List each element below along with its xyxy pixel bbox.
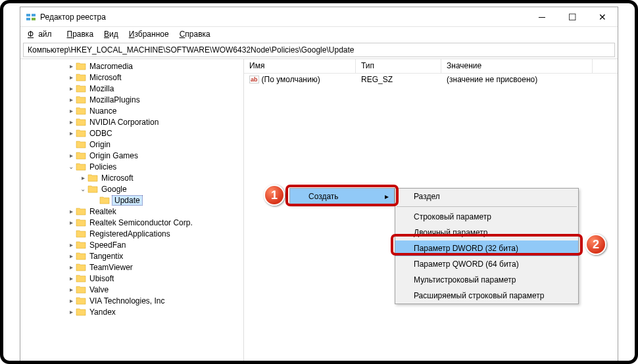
tree-expand-icon[interactable]: ▸	[66, 252, 76, 260]
value-data: (значение не присвоено)	[441, 75, 593, 84]
tree-expand-icon[interactable]: ▸	[66, 275, 76, 282]
tree-item[interactable]: ▸Ubisoft	[66, 273, 243, 284]
tree-item[interactable]: ▸Macromedia	[66, 60, 243, 72]
close-button[interactable]: ✕	[587, 7, 618, 27]
tree-label: Valve	[88, 285, 110, 294]
tree-expand-icon[interactable]: ▸	[66, 263, 76, 271]
window-title: Редактор реестра	[40, 12, 527, 22]
tree-label: Origin	[88, 140, 112, 149]
ctx-item-expandstring[interactable]: Расширяемый строковый параметр	[395, 288, 578, 304]
tree-label: SpeedFan	[88, 240, 127, 250]
tree-item[interactable]: RegisteredApplications	[66, 228, 243, 239]
list-item[interactable]: ab(По умолчанию)REG_SZ(значение не присв…	[244, 74, 618, 85]
tree-label: VIA Technologies, Inc	[88, 296, 166, 306]
tree-item[interactable]: ▸SpeedFan	[66, 239, 243, 250]
tree-label: Tangentix	[88, 252, 124, 261]
tree-item[interactable]: ▸TeamViewer	[66, 262, 243, 273]
tree-item[interactable]: ▸MozillaPlugins	[66, 94, 243, 105]
svg-rect-3	[32, 18, 36, 20]
tree-expand-icon[interactable]: ▸	[66, 297, 76, 304]
tree-expand-icon[interactable]: ⌄	[78, 185, 87, 193]
value-name: (По умолчанию)	[262, 75, 320, 84]
tree-label: MozillaPlugins	[88, 95, 141, 104]
registry-editor-window: Редактор реестра ─ ☐ ✕ Файл Правка Вид И…	[20, 7, 618, 364]
tree-label: Mozilla	[88, 84, 115, 93]
tree-label: NVIDIA Corporation	[88, 118, 160, 127]
tree-item[interactable]: ▸Realtek Semiconductor Corp.	[66, 217, 243, 228]
minimize-button[interactable]: ─	[527, 7, 557, 27]
tree-expand-icon[interactable]: ⌄	[66, 163, 76, 170]
tree-item[interactable]: ▸Nuance	[66, 105, 243, 116]
annotation-badge-1: 1	[264, 185, 285, 206]
col-type[interactable]: Тип	[356, 59, 441, 73]
tree-expand-icon[interactable]: ▸	[66, 286, 76, 293]
tree-label: Nuance	[88, 106, 118, 116]
chevron-right-icon: ▸	[385, 192, 389, 201]
app-icon	[26, 12, 36, 22]
tree-item[interactable]: ▸ODBC	[66, 127, 243, 139]
maximize-button[interactable]: ☐	[557, 7, 587, 27]
ctx-item-key[interactable]: Раздел	[395, 189, 578, 204]
tree-expand-icon[interactable]: ▸	[66, 241, 76, 248]
ctx-item-dword[interactable]: Параметр DWORD (32 бита)	[395, 240, 578, 256]
tree-label: Macromedia	[88, 62, 134, 71]
svg-rect-1	[32, 14, 36, 16]
tree-expand-icon[interactable]: ▸	[66, 62, 76, 70]
value-type: REG_SZ	[356, 75, 441, 84]
ctx-item-create[interactable]: Создать ▸	[290, 189, 394, 204]
tree-label: Google	[100, 185, 128, 194]
address-bar[interactable]: Компьютер\HKEY_LOCAL_MACHINE\SOFTWARE\WO…	[23, 43, 615, 57]
menu-edit[interactable]: Правка	[62, 28, 99, 40]
ctx-item-string[interactable]: Строковый параметр	[395, 209, 578, 225]
tree-item[interactable]: ▸Realtek	[66, 206, 243, 217]
tree-item[interactable]: ▸Microsoft	[66, 72, 243, 83]
list-header: Имя Тип Значение	[244, 59, 618, 74]
tree-item[interactable]: ▸NVIDIA Corporation	[66, 116, 243, 127]
tree-expand-icon[interactable]: ▸	[66, 208, 76, 215]
col-name[interactable]: Имя	[244, 59, 356, 73]
tree-expand-icon[interactable]: ▸	[66, 152, 76, 159]
ctx-item-qword[interactable]: Параметр QWORD (64 бита)	[395, 256, 578, 272]
tree-item[interactable]: ▸Tangentix	[66, 250, 243, 262]
menu-file[interactable]: Файл	[23, 28, 61, 40]
tree-expand-icon[interactable]: ▸	[66, 308, 76, 315]
tree-expand-icon[interactable]: ▸	[66, 129, 76, 137]
menu-favorites[interactable]: Избранное	[124, 28, 174, 40]
tree-label: Origin Games	[88, 151, 139, 160]
svg-rect-2	[26, 18, 30, 20]
col-value[interactable]: Значение	[441, 59, 593, 73]
menu-view[interactable]: Вид	[99, 28, 123, 40]
tree-item[interactable]: Origin	[66, 139, 243, 150]
tree-label: TeamViewer	[88, 263, 134, 272]
tree-item[interactable]: ▸Microsoft	[66, 172, 243, 183]
ctx-item-binary[interactable]: Двоичный параметр	[395, 225, 578, 240]
tree-expand-icon[interactable]: ▸	[66, 107, 76, 114]
path-text: Компьютер\HKEY_LOCAL_MACHINE\SOFTWARE\WO…	[28, 45, 355, 55]
tree-item[interactable]: ▸VIA Technologies, Inc	[66, 295, 243, 306]
tree-item[interactable]: ⌄Policies	[66, 161, 243, 172]
context-submenu[interactable]: Раздел Строковый параметр Двоичный парам…	[395, 188, 579, 304]
menu-help[interactable]: Справка	[175, 28, 215, 40]
tree-item[interactable]: ▸Mozilla	[66, 83, 243, 94]
tree-label: Update	[112, 195, 143, 206]
tree-item[interactable]: ▸Valve	[66, 284, 243, 295]
tree-label: Realtek Semiconductor Corp.	[88, 218, 194, 227]
tree-pane[interactable]: ▸Macromedia▸Microsoft▸Mozilla▸MozillaPlu…	[20, 59, 244, 363]
tree-expand-icon[interactable]: ▸	[66, 96, 76, 103]
tree-expand-icon[interactable]: ▸	[66, 85, 76, 92]
tree-label: Microsoft	[100, 173, 135, 183]
tree-item[interactable]: ▸Origin Games	[66, 150, 243, 161]
titlebar: Редактор реестра ─ ☐ ✕	[20, 7, 618, 27]
context-menu[interactable]: Создать ▸	[289, 188, 395, 205]
tree-expand-icon[interactable]: ▸	[66, 118, 76, 125]
ctx-label: Создать	[308, 192, 339, 201]
tree-expand-icon[interactable]: ▸	[78, 174, 87, 181]
tree-expand-icon[interactable]: ▸	[66, 219, 76, 226]
tree-label: RegisteredApplications	[88, 229, 172, 239]
tree-label: ODBC	[88, 129, 114, 138]
tree-item[interactable]: Update	[66, 194, 243, 206]
ctx-item-multistring[interactable]: Мультистроковый параметр	[395, 272, 578, 288]
tree-item[interactable]: ▸Yandex	[66, 306, 243, 317]
tree-item[interactable]: ⌄Google	[66, 183, 243, 194]
tree-expand-icon[interactable]: ▸	[66, 74, 76, 81]
